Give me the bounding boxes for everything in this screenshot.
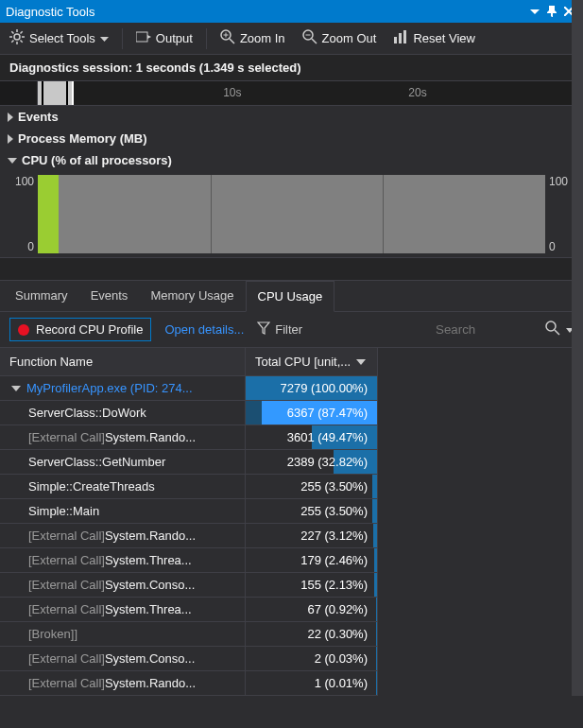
cpu-bar [372, 499, 377, 523]
table-row[interactable]: [External Call] System.Threa...179 (2.46… [0, 548, 378, 573]
external-call-prefix: [External Call] [28, 676, 105, 690]
function-name-cell[interactable]: [External Call] System.Threa... [0, 548, 246, 572]
cpu-action-bar: Record CPU Profile Open details... Filte… [0, 312, 583, 348]
function-name: Simple::CreateThreads [28, 479, 155, 494]
output-icon [136, 30, 151, 46]
function-name-cell[interactable]: [Broken]] [0, 622, 246, 646]
title-bar: Diagnostic Tools [0, 0, 583, 23]
cpu-bar [376, 622, 377, 646]
window-menu-icon[interactable] [526, 7, 543, 16]
cpu-bar [373, 524, 377, 547]
svg-line-7 [11, 41, 13, 43]
zoom-out-button[interactable]: Zoom Out [299, 26, 381, 50]
expand-icon [8, 134, 13, 144]
function-name-cell[interactable]: ServerClass::DoWork [0, 401, 246, 425]
open-details-link[interactable]: Open details... [164, 322, 244, 337]
reset-view-button[interactable]: Reset View [389, 26, 479, 50]
section-label: CPU (% of all processors) [22, 153, 172, 167]
search-box[interactable] [436, 321, 574, 338]
tab-memory-usage[interactable]: Memory Usage [139, 281, 245, 311]
output-button[interactable]: Output [132, 27, 197, 49]
function-name-cell[interactable]: [External Call] System.Rando... [0, 425, 246, 449]
function-name: System.Conso... [105, 578, 195, 592]
table-row[interactable]: Simple::Main255 (3.50%) [0, 499, 378, 524]
zoom-in-icon [220, 29, 235, 47]
gridline [211, 175, 212, 253]
collapse-icon[interactable] [11, 386, 21, 391]
tab-summary[interactable]: Summary [4, 281, 79, 311]
col-total-cpu[interactable]: Total CPU [unit,... [246, 348, 378, 376]
section-events[interactable]: Events [0, 106, 583, 128]
col-function-name[interactable]: Function Name [0, 348, 246, 376]
external-call-prefix: [External Call] [28, 651, 105, 666]
toolbar-separator [206, 28, 207, 49]
selection-range[interactable] [38, 81, 74, 105]
table-row[interactable]: [External Call] System.Rando...227 (3.12… [0, 524, 378, 548]
function-name-cell[interactable]: Simple::CreateThreads [0, 475, 246, 498]
tab-cpu-usage[interactable]: CPU Usage [246, 281, 335, 312]
select-tools-button[interactable]: Select Tools [6, 26, 112, 50]
pin-icon[interactable] [543, 6, 560, 17]
search-input[interactable] [436, 322, 540, 337]
cpu-bar [374, 548, 377, 572]
svg-rect-17 [394, 37, 397, 43]
table-row[interactable]: [External Call] System.Conso...2 (0.03%) [0, 647, 378, 671]
total-cpu-cell: 67 (0.92%) [246, 598, 378, 621]
function-name: ServerClass::DoWork [28, 406, 146, 420]
table-row[interactable]: [External Call] System.Conso...155 (2.13… [0, 573, 378, 598]
table-row[interactable]: ServerClass::GetNumber2389 (32.82%) [0, 450, 378, 475]
ruler-tick: 10s [223, 86, 241, 99]
ruler-track[interactable]: 10s 20s [38, 81, 583, 105]
function-name-cell[interactable]: Simple::Main [0, 499, 246, 523]
timeline-ruler[interactable]: 10s 20s [0, 81, 583, 106]
filter-button[interactable]: Filter [257, 321, 302, 338]
function-name: Simple::Main [28, 504, 99, 518]
function-name-cell[interactable]: [External Call] System.Rando... [0, 524, 246, 547]
function-name-cell[interactable]: ServerClass::GetNumber [0, 450, 246, 474]
record-label: Record CPU Profile [36, 322, 143, 337]
function-name-cell[interactable]: MyProfilerApp.exe (PID: 274... [0, 376, 246, 400]
search-icon[interactable] [545, 321, 560, 338]
total-cpu-value: 255 (3.50%) [300, 479, 368, 494]
total-cpu-cell: 255 (3.50%) [246, 475, 378, 498]
table-row[interactable]: MyProfilerApp.exe (PID: 274...7279 (100.… [0, 376, 378, 401]
function-name-cell[interactable]: [External Call] System.Threa... [0, 598, 246, 621]
total-cpu-value: 67 (0.92%) [307, 602, 368, 616]
cpu-plot[interactable] [38, 175, 545, 253]
zoom-in-button[interactable]: Zoom In [216, 26, 289, 50]
function-name-cell[interactable]: [External Call] System.Conso... [0, 647, 246, 670]
cpu-bar [376, 671, 377, 695]
session-status: Diagnostics session: 1 seconds (1.349 s … [0, 55, 583, 81]
section-cpu[interactable]: CPU (% of all processors) [0, 149, 583, 171]
function-name: System.Threa... [105, 602, 192, 616]
cpu-usage-bar [38, 175, 59, 253]
record-cpu-button[interactable]: Record CPU Profile [9, 318, 151, 341]
y-axis-left: 100 0 [8, 175, 34, 253]
collapse-icon [8, 158, 17, 164]
function-name: System.Rando... [105, 529, 196, 543]
total-cpu-cell: 155 (2.13%) [246, 573, 378, 597]
toolbar-separator [122, 28, 123, 49]
function-name-cell[interactable]: [External Call] System.Rando... [0, 671, 246, 695]
table-row[interactable]: [Broken]] 22 (0.30%) [0, 622, 378, 647]
total-cpu-value: 155 (2.13%) [300, 578, 368, 592]
total-cpu-value: 2 (0.03%) [315, 651, 368, 666]
table-row[interactable]: Simple::CreateThreads255 (3.50%) [0, 475, 378, 499]
tab-events[interactable]: Events [79, 281, 140, 311]
function-name: ServerClass::GetNumber [28, 455, 165, 469]
table-row[interactable]: [External Call] System.Rando...3601 (49.… [0, 425, 378, 450]
total-cpu-value: 1 (0.01%) [315, 676, 368, 690]
table-row[interactable]: [External Call] System.Threa...67 (0.92%… [0, 598, 378, 622]
section-memory[interactable]: Process Memory (MB) [0, 128, 583, 149]
total-cpu-cell: 1 (0.01%) [246, 671, 378, 695]
toolbar: Select Tools Output Zoom In Zoom Out [0, 23, 583, 55]
function-name-cell[interactable]: [External Call] System.Conso... [0, 573, 246, 597]
vertical-scrollbar[interactable] [572, 0, 583, 696]
y-min: 0 [549, 240, 556, 253]
external-call-prefix: [External Call] [28, 602, 105, 616]
cpu-bar [376, 598, 377, 621]
total-cpu-cell: 227 (3.12%) [246, 524, 378, 547]
table-row[interactable]: ServerClass::DoWork6367 (87.47%) [0, 401, 378, 425]
total-cpu-value: 2389 (32.82%) [287, 455, 368, 469]
table-row[interactable]: [External Call] System.Rando...1 (0.01%) [0, 671, 378, 696]
